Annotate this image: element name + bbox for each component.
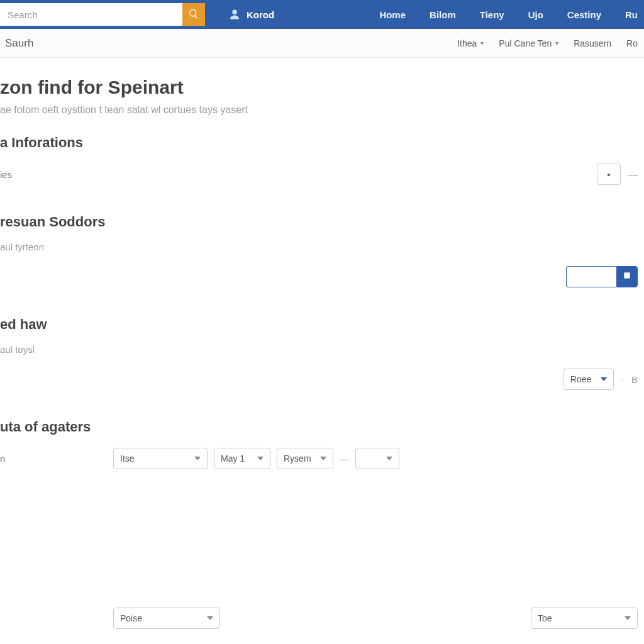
select-value: Poise [120, 613, 142, 623]
search-wrap [0, 3, 205, 26]
sub-link-3[interactable]: Ro [626, 38, 638, 48]
select-value: Itse [120, 453, 135, 464]
section-title: a Inforations [0, 135, 638, 151]
select-day[interactable]: May 1 [214, 448, 270, 469]
subbar-actions: Ithea▾ Pul Cane Ten▾ Rasusern Ro [457, 38, 638, 48]
input-group [566, 266, 638, 287]
select-value: Toe [538, 613, 552, 623]
sub-link-1-label: Pul Cane Ten [499, 38, 552, 48]
nav-items: Home Bilom Tieny Ujo Cestiny Ru [379, 9, 644, 20]
section-title: ed haw [0, 316, 638, 333]
content: zon find for Speinart ae fotom oeft oyst… [0, 58, 644, 470]
separator: — [340, 453, 349, 464]
sub-link-0[interactable]: Ithea▾ [457, 38, 484, 48]
color-input[interactable] [566, 266, 616, 287]
select-roee[interactable]: Roee [564, 369, 614, 390]
select-trailing[interactable] [355, 448, 399, 469]
sub-link-2-label: Rasusern [574, 38, 611, 48]
select-toe[interactable]: Toe [531, 608, 638, 629]
select-month[interactable]: Itse [113, 448, 208, 469]
nav-item-home[interactable]: Home [379, 9, 406, 20]
nav-item-cestiny[interactable]: Cestiny [567, 9, 601, 20]
select-value: May 1 [221, 453, 245, 464]
row: ies • — [0, 162, 638, 186]
separator: — [628, 169, 638, 180]
select-value: Roee [570, 374, 591, 384]
svg-rect-0 [624, 272, 630, 278]
sub-link-3-label: Ro [626, 38, 638, 48]
sub-link-1[interactable]: Pul Cane Ten▾ [499, 38, 558, 48]
row: Roee · B [0, 367, 638, 391]
section-title: resuan Soddors [0, 214, 638, 230]
stepper[interactable]: • [597, 164, 621, 185]
select-value: Rysem [284, 453, 311, 464]
nav-item-ru[interactable]: Ru [625, 9, 638, 20]
search-button[interactable] [182, 3, 205, 26]
input-addon-button[interactable] [616, 266, 638, 287]
sub-link-0-label: Ithea [457, 38, 477, 48]
nav-item-ujo[interactable]: Ujo [528, 9, 543, 20]
subbar: Saurh Ithea▾ Pul Cane Ten▾ Rasusern Ro [0, 29, 644, 58]
row-label: ies [0, 169, 113, 180]
row: n Itse May 1 Rysem — [0, 447, 638, 470]
chevron-down-icon: ▾ [480, 40, 484, 47]
section-haw: ed haw aul toysl Roee · B [0, 316, 638, 391]
section-hint: aul toysl [0, 344, 638, 355]
footer-row: Poise Toe [0, 608, 644, 629]
section-soddors: resuan Soddors aul tyrteon [0, 214, 638, 289]
separator: · [621, 374, 624, 385]
section-title: uta of agaters [0, 419, 638, 435]
user-icon [229, 9, 240, 20]
section-inforations: a Inforations ies • — [0, 135, 638, 186]
user-label: Korod [247, 9, 274, 20]
separator: B [631, 374, 638, 385]
section-hint: aul tyrteon [0, 242, 638, 252]
topbar: Korod Home Bilom Tieny Ujo Cestiny Ru [0, 0, 644, 29]
search-input[interactable] [0, 3, 182, 26]
row-label: n [0, 453, 113, 464]
select-poise[interactable]: Poise [113, 608, 220, 629]
nav-item-bilom[interactable]: Bilom [430, 9, 456, 20]
chevron-down-icon: ▾ [555, 40, 558, 47]
sub-link-2[interactable]: Rasusern [574, 38, 611, 48]
row [0, 265, 638, 289]
breadcrumb: Saurh [0, 37, 33, 50]
page-title: zon find for Speinart [0, 77, 638, 98]
nav-item-tieny[interactable]: Tieny [480, 9, 504, 20]
square-icon [623, 271, 631, 282]
section-agaters: uta of agaters n Itse May 1 Rysem — [0, 419, 638, 470]
user-block[interactable]: Korod [229, 9, 274, 20]
page-subtitle: ae fotom oeft oysttion t tean salat wl c… [0, 104, 638, 116]
search-icon [188, 8, 199, 21]
select-year[interactable]: Rysem [277, 448, 333, 469]
